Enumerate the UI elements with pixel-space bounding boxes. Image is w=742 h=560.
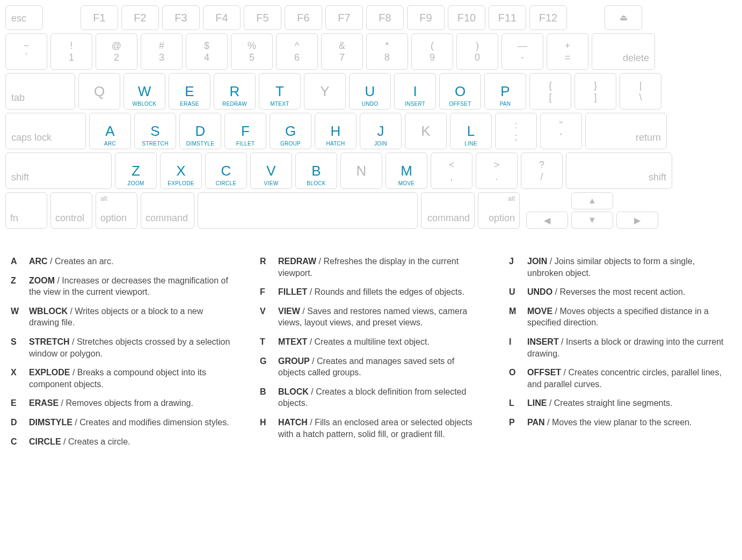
key-;: :;	[495, 113, 537, 149]
key-c: CCIRCLE	[205, 152, 247, 189]
legend-j: JJOIN / Joins similar objects to form a …	[509, 256, 731, 279]
key-]: }]	[574, 73, 616, 110]
key-0: )0	[456, 33, 498, 70]
key-/: ?/	[521, 152, 563, 189]
key-x: XEXPLODE	[160, 152, 202, 189]
arrow-down-key: ▼	[571, 212, 613, 229]
legend-z: ZZOOM / Increases or decreases the magni…	[11, 275, 233, 298]
key-a: AARC	[89, 113, 131, 149]
shortcut-legend: AARC / Creates an arc.ZZOOM / Increases …	[5, 256, 737, 447]
legend-u: UUNDO / Reverses the most recent action.	[509, 286, 731, 298]
key-f2: F2	[121, 5, 159, 30]
key-d: DDIMSTYLE	[179, 113, 221, 149]
key-r: RREDRAW	[214, 73, 256, 110]
key-z: ZZOOM	[115, 152, 157, 189]
key-,: <,	[431, 152, 472, 189]
key-fn: fn	[5, 192, 47, 229]
key-f9: F9	[407, 5, 445, 30]
legend-a: AARC / Creates an arc.	[11, 256, 233, 267]
key--: —-	[501, 33, 543, 70]
key-shift: shift	[5, 152, 112, 189]
key-l: LLINE	[450, 113, 492, 149]
legend-s: SSTRETCH / Stretches objects crossed by …	[11, 336, 233, 359]
key-p: PPAN	[484, 73, 526, 110]
key-2: @2	[96, 33, 137, 70]
key-n: N	[340, 152, 382, 189]
key-f8: F8	[366, 5, 404, 30]
eject-icon: ⏏	[605, 5, 642, 30]
legend-g: GGROUP / Creates and manages saved sets …	[260, 355, 482, 379]
legend-l: LLINE / Creates straight line segments.	[509, 397, 731, 409]
key-esc: esc	[5, 5, 43, 30]
legend-o: OOFFSET / Creates concentric circles, pa…	[509, 367, 731, 390]
key-f1: F1	[81, 5, 118, 30]
key-caps-lock: caps lock	[5, 113, 86, 149]
key-u: UUNDO	[349, 73, 391, 110]
key-spacebar	[198, 192, 418, 229]
legend-m: MMOVE / Moves objects a specified distan…	[509, 306, 731, 329]
key-tab: tab	[5, 73, 75, 110]
key-delete: delete	[592, 33, 655, 70]
key-7: &7	[321, 33, 363, 70]
key-f7: F7	[325, 5, 363, 30]
key-return: return	[585, 113, 667, 149]
arrow-right-key: ▶	[616, 212, 658, 229]
key-': "'	[540, 113, 582, 149]
key-command: command	[141, 192, 194, 229]
key-f12: F12	[529, 5, 567, 30]
key-o: OOFFSET	[439, 73, 481, 110]
key-v: VVIEW	[250, 152, 292, 189]
key-shift: shift	[566, 152, 672, 189]
key-3: #3	[141, 33, 183, 70]
legend-b: BBLOCK / Creates a block definition from…	[260, 386, 482, 409]
key-4: $4	[186, 33, 228, 70]
key-6: ^6	[276, 33, 318, 70]
key-`: ~`	[5, 33, 47, 70]
key-t: TMTEXT	[259, 73, 301, 110]
key-f6: F6	[285, 5, 322, 30]
keyboard-diagram: escF1F2F3F4F5F6F7F8F9F10F11F12⏏~`!1@2#3$…	[5, 5, 737, 229]
key-.: >.	[476, 152, 518, 189]
legend-f: FFILLET / Rounds and fillets the edges o…	[260, 286, 482, 298]
key-e: EERASE	[169, 73, 210, 110]
key-f5: F5	[244, 5, 281, 30]
key-\: |\	[620, 73, 661, 110]
key-k: K	[405, 113, 447, 149]
key-f10: F10	[448, 5, 485, 30]
key-f: FFILLET	[224, 113, 266, 149]
key-control: control	[50, 192, 92, 229]
legend-w: WWBLOCK / Writes objects or a block to a…	[11, 306, 233, 329]
legend-i: IINSERT / Inserts a block or drawing int…	[509, 336, 731, 359]
legend-c: CCIRCLE / Creates a circle.	[11, 436, 233, 448]
key-command: command	[421, 192, 475, 229]
legend-e: EERASE / Removes objects from a drawing.	[11, 397, 233, 409]
key-1: !1	[50, 33, 92, 70]
key-i: IINSERT	[394, 73, 436, 110]
key-=: +=	[547, 33, 588, 70]
arrow-left-key: ◀	[526, 212, 568, 229]
key-s: SSTRETCH	[134, 113, 176, 149]
key-8: *8	[366, 33, 408, 70]
key-b: BBLOCK	[295, 152, 337, 189]
legend-t: TMTEXT / Creates a multiline text object…	[260, 336, 482, 348]
key-q: Q	[78, 73, 120, 110]
key-[: {[	[529, 73, 571, 110]
legend-h: HHATCH / Fills an enclosed area or selec…	[260, 417, 482, 440]
key-9: (9	[411, 33, 453, 70]
key-h: HHATCH	[315, 113, 357, 149]
legend-p: PPAN / Moves the view planar to the scre…	[509, 417, 731, 428]
legend-d: DDIMSTYLE / Creates and modifies dimensi…	[11, 417, 233, 428]
key-f3: F3	[162, 5, 200, 30]
arrow-up-key: ▲	[571, 192, 613, 209]
key-f4: F4	[203, 5, 241, 30]
key-5: %5	[231, 33, 273, 70]
legend-x: XEXPLODE / Breaks a compound object into…	[11, 367, 233, 390]
key-option: altoption	[478, 192, 520, 229]
key-f11: F11	[489, 5, 526, 30]
key-y: Y	[304, 73, 346, 110]
legend-v: VVIEW / Saves and restores named views, …	[260, 306, 482, 329]
key-w: WWBLOCK	[123, 73, 165, 110]
key-option: altoption	[96, 192, 137, 229]
key-g: GGROUP	[270, 113, 311, 149]
key-j: JJOIN	[360, 113, 402, 149]
